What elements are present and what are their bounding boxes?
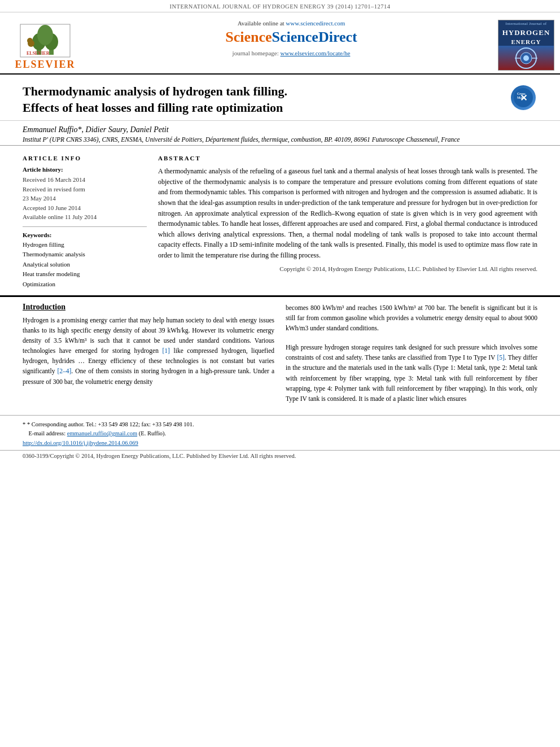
introduction-section: Introduction Hydrogen is a promising ene… [0, 295, 560, 409]
svg-text:Mark: Mark [517, 96, 526, 99]
email-note: E-mail address: emmanuel.ruffio@gmail.co… [23, 429, 537, 438]
svg-point-4 [37, 25, 53, 45]
authors-line: Emmanuel Ruffio*, Didier Saury, Daniel P… [23, 125, 537, 134]
sciencedirect-logo: ScienceScienceDirect [225, 29, 357, 46]
footnotes-section: * * Corresponding author. Tel.: +33 549 … [0, 415, 560, 448]
abstract-header: ABSTRACT [158, 155, 537, 161]
crossmark-icon: ✕ Cross Mark [511, 85, 536, 110]
keyword-2: Thermodynamic analysis [23, 250, 147, 260]
sciencedirect-area: Available online at www.sciencedirect.co… [90, 17, 492, 73]
footer-issn: 0360-3199/Copyright © 2014, Hydrogen Ene… [23, 453, 296, 459]
article-title-text: Thermodynamic analysis of hydrogen tank … [23, 84, 287, 116]
intro-left-text: Hydrogen is a promising energy carrier t… [23, 315, 274, 387]
doi-anchor[interactable]: http://dx.doi.org/10.1016/j.ijhydene.201… [23, 440, 138, 446]
journal-homepage-link[interactable]: www.elsevier.com/locate/he [281, 50, 351, 56]
svg-point-6 [27, 38, 33, 43]
article-info-column: ARTICLE INFO Article history: Received 1… [23, 155, 147, 289]
revised-date: Received in revised form Received in rev… [23, 185, 147, 203]
elsevier-logo: ELSEVIER ELSEVIER [15, 24, 75, 71]
history-label: Article history: [23, 166, 147, 173]
keyword-1: Hydrogen filling [23, 240, 147, 250]
keyword-5: Optimization [23, 279, 147, 290]
citation-2-4[interactable]: [2–4] [57, 368, 71, 374]
intro-right-column: becomes 800 kWh/m³ and reaches 1500 kWh/… [286, 303, 537, 404]
journal-cover-area: International Journal of HYDROGEN ENERGY [492, 17, 560, 73]
abstract-copyright: Copyright © 2014, Hydrogen Energy Public… [158, 264, 537, 274]
doi-link: http://dx.doi.org/10.1016/j.ijhydene.201… [23, 439, 537, 448]
cover-graphic-icon [509, 47, 543, 69]
svg-text:ELSEVIER: ELSEVIER [27, 51, 50, 56]
crossmark-area[interactable]: ✕ Cross Mark [509, 84, 537, 112]
journal-homepage-text: journal homepage: www.elsevier.com/locat… [233, 50, 351, 56]
abstract-text: A thermodynamic analysis of the refuelin… [158, 166, 537, 260]
accepted-date: Accepted 10 June 2014 [23, 203, 147, 213]
email-link[interactable]: emmanuel.ruffio@gmail.com [67, 430, 137, 436]
elsevier-logo-area: ELSEVIER ELSEVIER [0, 17, 90, 73]
svg-point-11 [523, 55, 529, 61]
available-online-text: Available online at www.sciencedirect.co… [238, 20, 345, 27]
journal-banner-text: INTERNATIONAL JOURNAL OF HYDROGEN ENERGY… [169, 3, 390, 10]
abstract-column: ABSTRACT A thermodynamic analysis of the… [158, 155, 537, 289]
citation-1[interactable]: [1] [163, 347, 170, 354]
keyword-3: Analytical solution [23, 260, 147, 270]
intro-right-text-p1: becomes 800 kWh/m³ and reaches 1500 kWh/… [286, 303, 537, 333]
elsevier-tree-icon: ELSEVIER [20, 24, 71, 58]
received-date: Received 16 March 2014 [23, 175, 147, 185]
sciencedirect-url[interactable]: www.sciencedirect.com [286, 20, 345, 27]
intro-heading: Introduction [23, 303, 274, 312]
journal-cover-image: International Journal of HYDROGEN ENERGY [498, 20, 554, 71]
journal-banner: INTERNATIONAL JOURNAL OF HYDROGEN ENERGY… [0, 0, 560, 12]
elsevier-name: ELSEVIER [15, 59, 75, 71]
available-date: Available online 11 July 2014 [23, 212, 147, 222]
article-info-header: ARTICLE INFO [23, 155, 147, 161]
info-abstract-section: ARTICLE INFO Article history: Received 1… [0, 145, 560, 295]
article-title: Thermodynamic analysis of hydrogen tank … [23, 84, 537, 116]
affiliation-text: Institut P' (UPR CNRS 3346), CNRS, ENSMA… [23, 136, 537, 143]
svg-text:Cross: Cross [517, 92, 526, 95]
keywords-label: Keywords: [23, 231, 147, 238]
intro-left-column: Introduction Hydrogen is a promising ene… [23, 303, 274, 404]
intro-right-text-p2: High pressure hydrogen storage requires … [286, 342, 537, 404]
footer-bar: 0360-3199/Copyright © 2014, Hydrogen Ene… [0, 450, 560, 461]
article-title-section: Thermodynamic analysis of hydrogen tank … [0, 75, 560, 121]
authors-section: Emmanuel Ruffio*, Didier Saury, Daniel P… [0, 121, 560, 145]
corresponding-author-note: * * Corresponding author. Tel.: +33 549 … [23, 420, 537, 429]
journal-header: ELSEVIER ELSEVIER Available online at ww… [0, 12, 560, 75]
keyword-4: Heat transfer modeling [23, 269, 147, 279]
citation-5[interactable]: [5] [497, 354, 504, 361]
divider [23, 226, 147, 227]
